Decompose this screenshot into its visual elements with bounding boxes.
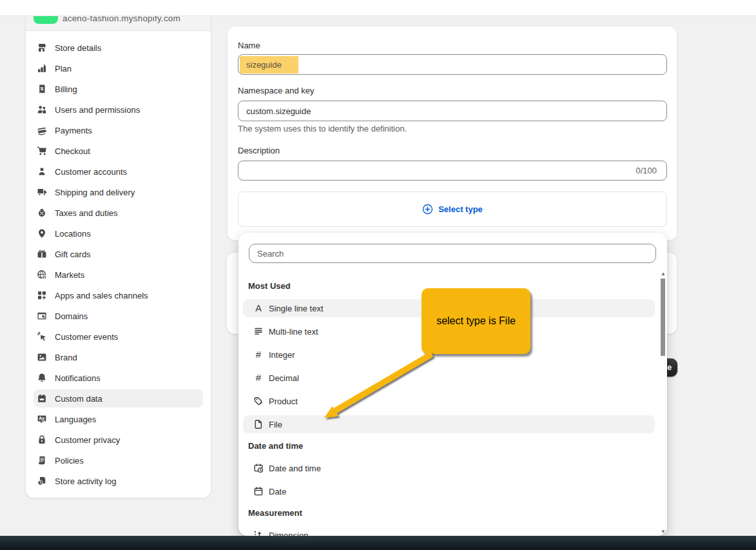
sidebar-item-payments[interactable]: Payments [34,121,203,139]
select-type-button[interactable]: Select type [238,192,667,227]
scrollbar-down-arrow[interactable]: ▼ [661,529,666,535]
type-option-label: Single line text [269,304,324,313]
type-option-date[interactable]: Date [243,482,655,500]
sidebar-item-domains[interactable]: Domains [34,307,203,325]
sidebar-item-users[interactable]: Users and permissions [34,101,203,119]
description-input[interactable]: 0/100 [238,161,667,181]
sidebar-item-label: Shipping and delivery [55,188,135,197]
settings-page: aceno-fashion.myshopify.com Store detail… [0,0,756,550]
select-type-label: Select type [438,204,483,214]
namespace-value: custom.sizeguide [246,101,311,121]
type-list: Most UsedASingle line textMulti-line tex… [238,271,667,536]
sidebar-item-label: Customer privacy [55,435,120,445]
plus-circle-icon [422,204,433,215]
sidebar-item-plan[interactable]: Plan [34,59,203,77]
plan-icon [37,63,47,74]
product-icon [253,396,264,406]
sidebar-item-label: Billing [55,84,77,94]
type-option-multi-line-text[interactable]: Multi-line text [243,322,655,340]
brand-icon [37,352,47,362]
policies-icon [37,455,47,466]
type-option-label: Dimension [269,531,308,536]
type-option-single-line-text[interactable]: ASingle line text [243,299,655,317]
sidebar-item-customer-accounts[interactable]: Customer accounts [34,162,203,181]
shipping-icon [37,187,47,197]
namespace-label: Namespace and key [238,86,315,95]
scrollbar-thumb[interactable] [661,279,665,356]
sidebar-item-taxes[interactable]: Taxes and duties [34,204,203,222]
notifications-icon [37,373,47,383]
type-option-product[interactable]: Product [243,392,655,410]
sidebar-item-languages[interactable]: A文Languages [34,410,203,428]
sidebar-item-label: Customer accounts [55,167,127,177]
sidebar-item-label: Checkout [55,146,90,156]
billing-icon: $ [37,84,47,94]
languages-icon: A文 [37,414,47,424]
sidebar-item-checkout[interactable]: Checkout [34,142,203,160]
svg-text:A: A [255,303,262,313]
settings-sidebar: aceno-fashion.myshopify.com Store detail… [26,4,211,498]
type-option-file[interactable]: File [243,415,655,433]
type-option-date-and-time[interactable]: Date and time [243,459,655,477]
file-icon [253,419,264,429]
sidebar-item-label: Custom data [55,394,102,404]
customer-accounts-icon [37,166,47,177]
type-section-header: Date and time [248,441,303,451]
apps-icon [37,290,47,300]
svg-text:$: $ [43,275,45,279]
checkout-icon [37,146,47,156]
sidebar-item-store[interactable]: Store details [34,39,203,57]
sidebar-item-label: Gift cards [55,250,91,259]
sidebar-item-brand[interactable]: Brand [34,348,203,366]
sidebar-item-locations[interactable]: Locations [34,224,203,242]
sidebar-item-policies[interactable]: Policies [34,451,203,469]
integer-icon: # [253,349,264,360]
type-option-label: File [269,420,282,429]
sidebar-item-label: Payments [55,126,92,135]
namespace-input[interactable]: custom.sizeguide [238,101,667,121]
sidebar-item-custom-data[interactable]: Custom data [34,389,203,408]
sidebar-item-label: Policies [55,456,84,466]
top-white-strip [0,0,756,16]
sidebar-item-customer-events[interactable]: Customer events [34,328,203,346]
sidebar-item-label: Customer events [55,332,118,342]
dimension-icon [253,530,264,536]
sidebar-item-activity-log[interactable]: Store activity log [34,472,203,490]
metafield-definition-card: Name sizeguide Namespace and key custom.… [228,26,677,241]
sidebar-item-apps[interactable]: Apps and sales channels [34,286,203,304]
svg-text:#: # [256,349,262,360]
payments-icon [37,125,47,135]
type-search-input[interactable] [249,244,656,263]
type-option-decimal[interactable]: #Decimal [243,369,655,387]
customer-events-icon [37,331,47,342]
sidebar-item-gift-cards[interactable]: Gift cards [34,245,203,263]
name-input[interactable]: sizeguide [238,54,667,75]
activity-log-icon [37,476,47,486]
domains-icon [37,311,47,321]
type-picker-popover: Most UsedASingle line textMulti-line tex… [238,233,667,536]
locations-icon [37,228,47,239]
type-option-label: Product [269,397,298,406]
store-icon [37,43,47,53]
type-option-label: Integer [269,350,295,360]
date-icon [253,486,264,496]
scrollbar-up-arrow[interactable]: ▲ [661,271,666,277]
sidebar-item-privacy[interactable]: Customer privacy [34,431,203,449]
sidebar-item-label: Domains [55,311,88,321]
sidebar-item-label: Store details [55,43,101,53]
sidebar-item-notifications[interactable]: Notifications [34,369,203,387]
description-label: Description [238,146,280,155]
sidebar-item-markets[interactable]: $Markets [34,266,203,284]
users-icon [37,104,47,115]
type-option-label: Multi-line text [269,327,318,337]
decimal-icon: # [253,373,264,383]
type-option-integer[interactable]: #Integer [243,346,655,364]
sidebar-item-label: Locations [55,229,91,239]
privacy-icon [37,435,47,445]
sidebar-item-shipping[interactable]: Shipping and delivery [34,183,203,201]
type-option-dimension[interactable]: Dimension [243,526,655,536]
date-and-time-icon [253,463,264,473]
type-section-header: Most Used [248,281,291,291]
type-list-scrollbar[interactable]: ▲ ▼ [661,271,666,536]
sidebar-item-billing[interactable]: $Billing [34,80,203,98]
